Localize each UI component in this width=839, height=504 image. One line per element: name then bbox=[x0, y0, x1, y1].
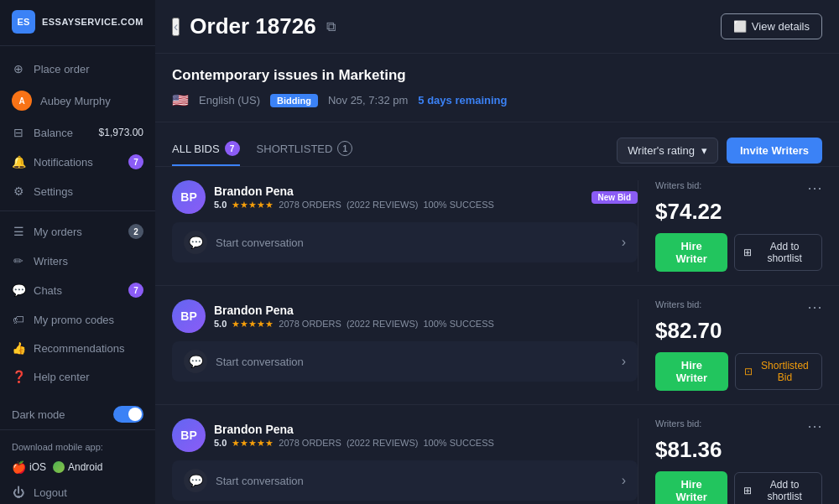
tab-shortlisted-label: SHORTLISTED bbox=[257, 143, 333, 155]
bid-actions-2: Hire Writer ⊞ Add to shortlist bbox=[655, 471, 822, 504]
sidebar-item-writers[interactable]: ✏ Writers bbox=[0, 247, 155, 275]
sidebar-item-aubey-murphy[interactable]: A Aubey Murphy bbox=[0, 83, 155, 118]
more-options-button-2[interactable]: ⋯ bbox=[807, 418, 822, 434]
writer-avatar-0: BP bbox=[172, 180, 206, 214]
sidebar-item-recommendations[interactable]: 👍 Recommendations bbox=[0, 334, 155, 362]
shortlisted-button-1[interactable]: ⊡ Shortlisted Bid bbox=[735, 353, 822, 390]
writer-info-0: Brandon Pena 5.0 ★★★★★ 2078 ORDERS (2022… bbox=[214, 184, 494, 210]
sidebar-item-label: Settings bbox=[34, 185, 73, 198]
sidebar-item-chats[interactable]: 💬 Chats 7 bbox=[0, 275, 155, 305]
dark-mode-label: Dark mode bbox=[12, 408, 113, 421]
back-button[interactable]: ‹ bbox=[172, 18, 180, 36]
reviews-2: (2022 REVIEWS) bbox=[347, 438, 419, 448]
more-options-button-0[interactable]: ⋯ bbox=[807, 180, 822, 195]
sidebar-item-balance[interactable]: ⊟ Balance $1,973.00 bbox=[0, 118, 155, 147]
hire-writer-button-1[interactable]: Hire Writer bbox=[655, 352, 728, 391]
conv-arrow-1: › bbox=[622, 354, 626, 369]
bell-icon: 🔔 bbox=[12, 155, 25, 169]
help-icon: ❓ bbox=[12, 370, 25, 383]
conv-text-1: Start conversation bbox=[216, 356, 613, 368]
days-remaining: 5 days remaining bbox=[418, 94, 507, 107]
sidebar-item-label: My promo codes bbox=[34, 314, 114, 326]
android-icon bbox=[53, 461, 65, 473]
writer-row-2: BP Brandon Pena 5.0 ★★★★★ 2078 ORDERS (2… bbox=[172, 418, 638, 452]
bid-actions-1: Hire Writer ⊡ Shortlisted Bid bbox=[655, 352, 822, 391]
all-bids-badge: 7 bbox=[225, 141, 240, 156]
start-conversation-1[interactable]: 💬 Start conversation › bbox=[172, 341, 638, 382]
thumbs-up-icon: 👍 bbox=[12, 341, 25, 355]
sidebar-item-my-orders[interactable]: ☰ My orders 2 bbox=[0, 216, 155, 247]
stars-2: ★★★★★ bbox=[232, 438, 274, 449]
shortlist-icon-2: ⊞ bbox=[743, 485, 752, 496]
bid-label-1: Writers bid: bbox=[655, 299, 701, 309]
bid-amount-1: $82.70 bbox=[655, 318, 722, 344]
notifications-badge: 7 bbox=[128, 154, 143, 169]
logo-icon: ES bbox=[12, 10, 35, 34]
dark-mode-toggle[interactable] bbox=[113, 406, 143, 423]
sidebar-nav: ⊕ Place order A Aubey Murphy ⊟ Balance $… bbox=[0, 46, 155, 399]
writer-avatar-1: BP bbox=[172, 299, 206, 333]
copy-icon[interactable]: ⧉ bbox=[326, 19, 336, 34]
more-options-button-1[interactable]: ⋯ bbox=[807, 299, 822, 314]
avatar: A bbox=[12, 91, 32, 111]
view-details-icon: ⬜ bbox=[733, 20, 747, 33]
bid-card-1: BP Brandon Pena 5.0 ★★★★★ 2078 ORDERS (2… bbox=[155, 286, 839, 405]
rating-num-0: 5.0 bbox=[214, 200, 227, 210]
android-button[interactable]: Android bbox=[53, 460, 102, 474]
bid-label-0: Writers bid: bbox=[655, 180, 701, 190]
orders-2: 2078 ORDERS bbox=[279, 438, 341, 448]
ios-button[interactable]: 🍎 iOS bbox=[12, 460, 46, 474]
sidebar-divider bbox=[0, 210, 155, 211]
chats-badge: 7 bbox=[128, 283, 143, 298]
writer-row-0: BP Brandon Pena 5.0 ★★★★★ 2078 ORDERS (2… bbox=[172, 180, 638, 214]
main-content: ‹ Order 18726 ⧉ ⬜ View details Contempor… bbox=[155, 0, 839, 504]
writer-stats-0: 5.0 ★★★★★ 2078 ORDERS (2022 REVIEWS) 100… bbox=[214, 200, 494, 210]
conv-text-2: Start conversation bbox=[216, 475, 613, 487]
logout-item[interactable]: ⏻ Logout bbox=[0, 479, 155, 504]
shortlist-button-0[interactable]: ⊞ Add to shortlist bbox=[734, 234, 822, 271]
bid-right-1: ⋯ Writers bid: $82.70 Hire Writer ⊡ Shor… bbox=[638, 299, 822, 391]
start-conversation-2[interactable]: 💬 Start conversation › bbox=[172, 460, 638, 501]
bid-left-0: BP Brandon Pena 5.0 ★★★★★ 2078 ORDERS (2… bbox=[172, 180, 638, 272]
shortlist-label-0: Add to shortlist bbox=[756, 241, 813, 264]
invite-writers-button[interactable]: Invite Writers bbox=[727, 138, 822, 164]
sidebar-item-label: Place order bbox=[34, 63, 89, 75]
stars-0: ★★★★★ bbox=[232, 200, 274, 210]
rating-filter[interactable]: Writer's rating ▾ bbox=[617, 138, 718, 164]
writer-name-2: Brandon Pena bbox=[214, 423, 494, 436]
writer-stats-2: 5.0 ★★★★★ 2078 ORDERS (2022 REVIEWS) 100… bbox=[214, 438, 494, 449]
sidebar-item-promo-codes[interactable]: 🏷 My promo codes bbox=[0, 305, 155, 334]
balance-icon: ⊟ bbox=[12, 126, 25, 139]
success-1: 100% SUCCESS bbox=[423, 319, 493, 329]
tabs-row: ALL BIDS 7 SHORTLISTED 1 Writer's rating… bbox=[155, 122, 839, 167]
tab-shortlisted[interactable]: SHORTLISTED 1 bbox=[257, 134, 353, 166]
hire-writer-button-0[interactable]: Hire Writer bbox=[655, 233, 727, 272]
chevron-down-icon: ▾ bbox=[701, 144, 707, 157]
shortlist-button-2[interactable]: ⊞ Add to shortlist bbox=[734, 472, 822, 504]
chat-icon: 💬 bbox=[12, 283, 25, 297]
sidebar-bottom: Download mobile app: 🍎 iOS Android ⏻ Log… bbox=[0, 429, 155, 504]
shortlist-label-2: Add to shortlist bbox=[756, 479, 813, 502]
conv-icon-2: 💬 bbox=[184, 469, 207, 492]
pen-icon: ✏ bbox=[12, 254, 25, 268]
bid-actions-0: Hire Writer ⊞ Add to shortlist bbox=[655, 233, 822, 272]
top-bar: ‹ Order 18726 ⧉ ⬜ View details bbox=[155, 0, 839, 54]
list-icon: ☰ bbox=[12, 225, 25, 238]
download-label: Download mobile app: bbox=[0, 439, 155, 455]
view-details-button[interactable]: ⬜ View details bbox=[721, 13, 822, 39]
language-text: English (US) bbox=[199, 94, 260, 107]
sidebar-item-settings[interactable]: ⚙ Settings bbox=[0, 177, 155, 205]
bid-card-0: BP Brandon Pena 5.0 ★★★★★ 2078 ORDERS (2… bbox=[155, 167, 839, 286]
sidebar-item-place-order[interactable]: ⊕ Place order bbox=[0, 55, 155, 83]
sidebar-item-notifications[interactable]: 🔔 Notifications 7 bbox=[0, 147, 155, 177]
tab-all-bids[interactable]: ALL BIDS 7 bbox=[172, 134, 240, 166]
order-info: Contemporary issues in Marketing 🇺🇸 Engl… bbox=[155, 54, 839, 122]
sidebar-item-label: My orders bbox=[34, 226, 82, 238]
sidebar-item-help-center[interactable]: ❓ Help center bbox=[0, 362, 155, 391]
hire-writer-button-2[interactable]: Hire Writer bbox=[655, 471, 727, 504]
logo-text: ESSAYSERVICE.COM bbox=[42, 17, 143, 27]
status-badge: Bidding bbox=[270, 94, 318, 107]
start-conversation-0[interactable]: 💬 Start conversation › bbox=[172, 222, 638, 262]
writer-name-0: Brandon Pena bbox=[214, 184, 494, 198]
bid-right-2: ⋯ Writers bid: $81.36 Hire Writer ⊞ Add … bbox=[638, 418, 822, 504]
